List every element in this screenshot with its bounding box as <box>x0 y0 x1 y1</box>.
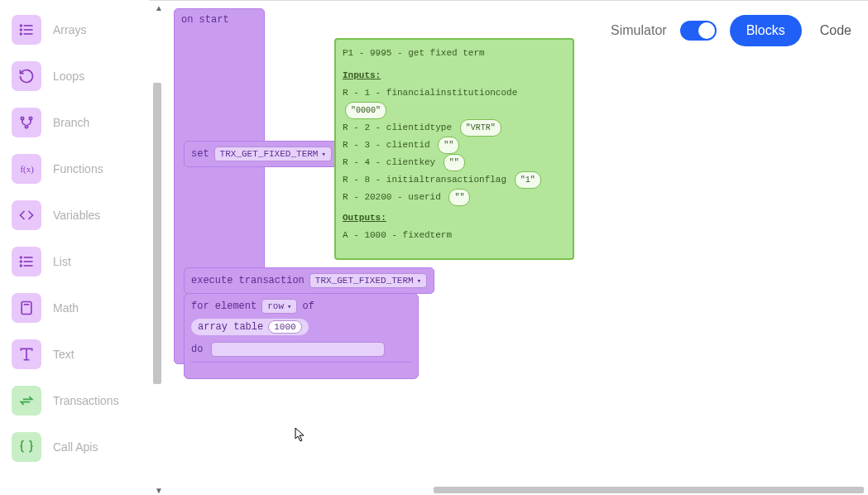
svg-point-6 <box>21 117 23 119</box>
for-element-block[interactable]: for element row of array table 1000 do <box>184 293 419 379</box>
branch-icon <box>12 108 41 137</box>
scroll-down-icon[interactable]: ▼ <box>155 486 163 495</box>
function-icon: f(x) <box>12 154 41 184</box>
svg-point-8 <box>25 125 27 127</box>
sidebar-item-label: Arrays <box>53 23 86 36</box>
set-label: set <box>191 148 209 160</box>
of-label: of <box>302 300 314 312</box>
svg-text:f(x): f(x) <box>21 164 35 175</box>
trx-title: P1 - 9995 - get fixed term <box>343 45 566 62</box>
sidebar-item-transactions[interactable]: Transactions <box>7 377 149 424</box>
sidebar-item-label: Transactions <box>53 394 119 407</box>
input-value[interactable]: "" <box>444 154 465 171</box>
svg-point-14 <box>21 261 22 262</box>
array-table-number[interactable]: 1000 <box>268 320 301 334</box>
loop-icon <box>12 61 41 91</box>
svg-point-3 <box>21 25 22 26</box>
array-table-oval[interactable]: array table 1000 <box>191 319 309 335</box>
svg-point-4 <box>21 29 22 31</box>
outputs-heading: Outputs: <box>343 209 566 227</box>
inputs-heading: Inputs: <box>343 67 566 84</box>
input-value[interactable]: "" <box>448 189 470 206</box>
exec-variable-dropdown[interactable]: TRX_GET_FIXED_TERM <box>309 273 427 288</box>
sidebar-item-label: Branch <box>53 116 89 129</box>
sidebar-item-label: List <box>53 255 71 268</box>
sidebar-item-label: Text <box>53 348 74 361</box>
trx-input-row: R - 1 - financialinstitutioncode "0000" <box>343 84 566 119</box>
sidebar-item-callapis[interactable]: Call Apis <box>7 424 149 470</box>
sidebar-item-arrays[interactable]: Arrays <box>7 7 149 53</box>
sidebar: Arrays Loops Branch f(x) Functions Varia… <box>0 0 149 495</box>
trx-input-row: R - 3 - clientid "" <box>343 137 566 154</box>
sidebar-item-label: Loops <box>53 70 84 83</box>
sidebar-item-list[interactable]: List <box>7 238 149 285</box>
input-value[interactable]: "" <box>438 137 459 154</box>
input-value[interactable]: "0000" <box>345 102 386 119</box>
onstart-title: on start <box>175 9 264 31</box>
sidebar-item-branch[interactable]: Branch <box>7 99 149 146</box>
swap-icon <box>12 386 41 416</box>
exec-label: execute transaction <box>191 275 305 286</box>
code-icon <box>12 200 41 230</box>
for-row-dropdown[interactable]: row <box>261 299 297 314</box>
block-canvas[interactable]: on start set TRX_GET_FIXED_TERM to P1 - … <box>174 8 753 480</box>
sidebar-item-functions[interactable]: f(x) Functions <box>7 146 149 192</box>
sidebar-item-label: Functions <box>53 162 103 175</box>
sidebar-item-math[interactable]: Math <box>7 285 149 331</box>
svg-rect-16 <box>22 302 31 315</box>
set-block[interactable]: set TRX_GET_FIXED_TERM to <box>184 141 356 167</box>
braces-icon <box>12 432 41 462</box>
transaction-definition-block[interactable]: P1 - 9995 - get fixed term Inputs: R - 1… <box>334 38 574 260</box>
trx-input-row: R - 4 - clientkey "" <box>343 154 566 171</box>
sidebar-item-variables[interactable]: Variables <box>7 192 149 238</box>
input-value[interactable]: "VRTR" <box>460 119 501 137</box>
trx-input-row: R - 20200 - userid "" <box>343 189 566 206</box>
sidebar-item-label: Variables <box>53 209 100 222</box>
svg-point-5 <box>21 33 22 35</box>
sidebar-item-label: Math <box>53 301 79 315</box>
horizontal-scrollbar[interactable] <box>165 487 868 495</box>
svg-point-15 <box>21 265 22 267</box>
scroll-up-icon[interactable]: ▲ <box>155 3 163 12</box>
for-element-label: for element <box>191 300 257 312</box>
code-button[interactable]: Code <box>815 18 856 43</box>
scroll-thumb[interactable] <box>153 83 161 384</box>
trx-output-row: A - 1000 - fixedterm <box>343 227 566 244</box>
for-block-footer <box>191 362 411 373</box>
execute-transaction-block[interactable]: execute transaction TRX_GET_FIXED_TERM <box>184 267 434 294</box>
scroll-thumb[interactable] <box>434 487 864 493</box>
vertical-scrollbar[interactable]: ▲ ▼ <box>153 0 165 495</box>
text-icon <box>12 339 41 369</box>
list-icon <box>12 247 41 276</box>
svg-point-13 <box>21 257 22 258</box>
do-slot[interactable] <box>211 342 385 357</box>
set-variable-dropdown[interactable]: TRX_GET_FIXED_TERM <box>214 147 332 161</box>
list-icon <box>12 15 41 45</box>
calculator-icon <box>12 293 41 323</box>
do-label: do <box>191 344 203 355</box>
input-value[interactable]: "1" <box>515 171 541 189</box>
trx-input-row: R - 8 - initialtransactionflag "1" <box>343 171 566 189</box>
sidebar-item-text[interactable]: Text <box>7 331 149 377</box>
sidebar-item-loops[interactable]: Loops <box>7 53 149 99</box>
sidebar-item-label: Call Apis <box>53 440 98 454</box>
svg-point-7 <box>29 117 31 119</box>
trx-input-row: R - 2 - clientidtype "VRTR" <box>343 119 566 137</box>
